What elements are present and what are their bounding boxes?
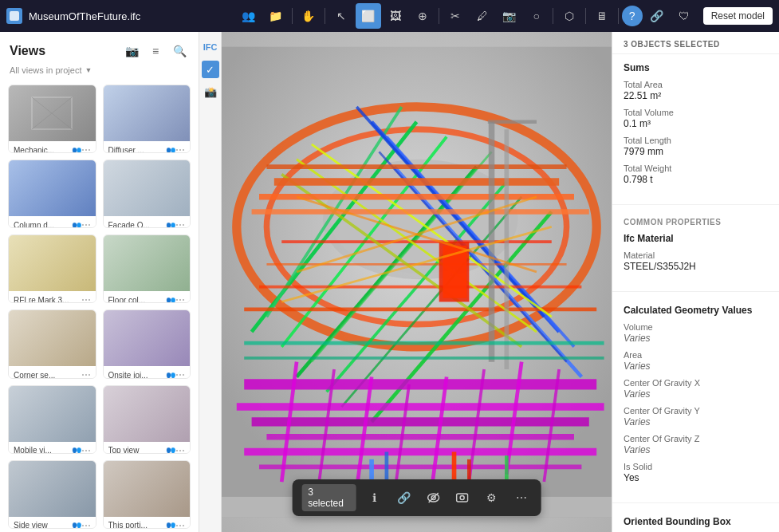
view-thumbnail xyxy=(104,386,191,442)
more-options-button[interactable]: ⋯ xyxy=(510,487,532,509)
view-card-corner[interactable]: Corner se... ⋯ xyxy=(8,309,96,378)
views-panel: Views 📷 ≡ 🔍 All views in project ▼ Mecha… xyxy=(0,32,199,532)
sort-views-button[interactable]: ≡ xyxy=(146,41,165,61)
volume-label: Volume xyxy=(624,322,768,332)
common-props-section: COMMON PROPERTIES Ifc Material Material … xyxy=(612,210,779,286)
cursor-tool-button[interactable]: ↖ xyxy=(329,3,354,29)
views-header-actions: 📷 ≡ 🔍 xyxy=(122,41,189,61)
monitor-button[interactable]: 🖥 xyxy=(589,3,615,29)
view-card-rfi[interactable]: RFI re Mark 3... ⋯ xyxy=(8,234,96,303)
area-value: Varies xyxy=(624,361,768,372)
view-card-mobile[interactable]: Mobile vi... 👥 ⋯ xyxy=(8,385,96,454)
view-more-button[interactable]: ⋯ xyxy=(81,369,91,378)
settings-button[interactable]: ⚙ xyxy=(481,487,502,509)
volume-row: Volume Varies xyxy=(624,322,768,344)
view-icons: 👥 xyxy=(166,296,175,304)
obb-section: Oriented Bounding Box Name DIA_BEAM xyxy=(612,508,779,532)
view-card-mechanic[interactable]: Mechanic... 👥 ⋯ xyxy=(8,85,96,153)
camera-button[interactable]: 📷 xyxy=(497,3,522,29)
view-more-button[interactable]: ⋯ xyxy=(81,294,91,303)
view-more-button[interactable]: ⋯ xyxy=(175,520,185,529)
help-button[interactable]: ? xyxy=(622,6,643,26)
cube-button[interactable]: ⬡ xyxy=(557,3,582,29)
view-name: This porti... xyxy=(108,521,167,529)
folder-button[interactable]: 📁 xyxy=(263,3,289,29)
view-thumbnail xyxy=(104,461,191,517)
sidebar-check-button[interactable]: ✓ xyxy=(202,61,219,78)
sidebar-ifc-button[interactable]: IFC xyxy=(202,38,219,56)
view-footer: Diffuser ... 👥 ⋯ xyxy=(104,141,191,153)
view-more-button[interactable]: ⋯ xyxy=(175,144,185,153)
divider-3 xyxy=(612,502,779,503)
view-more-button[interactable]: ⋯ xyxy=(81,219,91,228)
view-name: Floor col... xyxy=(108,296,167,304)
reset-model-button[interactable]: Reset model xyxy=(703,7,773,25)
view-icons: 👥 xyxy=(166,221,175,229)
views-header: Views 📷 ≡ 🔍 xyxy=(0,32,199,65)
info-button[interactable]: ℹ xyxy=(364,487,385,509)
view-icons: 👥 xyxy=(166,146,175,154)
calculated-title: Calculated Geometry Values xyxy=(624,305,768,316)
cog-x-row: Center Of Gravity X Varies xyxy=(624,378,768,400)
svg-point-67 xyxy=(461,496,465,500)
visibility-button[interactable] xyxy=(423,487,444,509)
scissors-button[interactable]: ✂ xyxy=(443,3,468,29)
view-more-button[interactable]: ⋯ xyxy=(81,144,91,153)
views-subtitle[interactable]: All views in project ▼ xyxy=(0,65,199,81)
shield-button[interactable]: 🛡 xyxy=(671,3,697,29)
view-card-side[interactable]: Side view 👥 ⋯ xyxy=(8,460,96,529)
view-more-button[interactable]: ⋯ xyxy=(175,445,185,454)
image-tool-button[interactable]: 🖼 xyxy=(383,3,408,29)
viewport[interactable]: 3 selected ℹ 🔗 ⚙ ⋯ xyxy=(222,32,612,532)
view-card-top[interactable]: Top view 👥 ⋯ xyxy=(103,385,191,454)
view-more-button[interactable]: ⋯ xyxy=(81,445,91,454)
view-footer: Column d... 👥 ⋯ xyxy=(9,216,96,228)
view-more-button[interactable]: ⋯ xyxy=(175,219,185,228)
left-sidebar: IFC ✓ 📸 xyxy=(199,32,222,532)
users-button[interactable]: 👥 xyxy=(236,3,262,29)
structure-svg xyxy=(222,32,612,532)
toolbar: 👥 📁 ✋ ↖ ⬜ 🖼 ⊕ ✂ 🖊 📷 ○ ⬡ 🖥 ? 🔗 🛡 xyxy=(236,3,697,29)
select-box-button[interactable]: ⬜ xyxy=(356,3,381,29)
view-card-facade[interactable]: Facade Q... 👥 ⋯ xyxy=(103,160,191,228)
circle-button[interactable]: ○ xyxy=(524,3,549,29)
app-title: MuseumOfTheFuture.ifc xyxy=(29,10,230,22)
view-more-button[interactable]: ⋯ xyxy=(175,294,185,303)
view-card-column[interactable]: Column d... 👥 ⋯ xyxy=(8,160,96,228)
sidebar-photo-button[interactable]: 📸 xyxy=(202,83,219,100)
is-solid-value: Yes xyxy=(624,472,768,483)
view-card-onsite[interactable]: Onsite joi... 👥 ⋯ xyxy=(103,309,191,378)
divider-1 xyxy=(612,204,779,205)
3d-scene xyxy=(222,32,612,532)
separator-1 xyxy=(292,8,293,24)
view-icons: 👥 xyxy=(166,446,175,454)
view-card-this-portion[interactable]: This porti... 👥 ⋯ xyxy=(103,460,191,529)
separator-4 xyxy=(553,8,553,24)
selected-count-text: 3 selected xyxy=(308,487,349,509)
svg-rect-0 xyxy=(10,11,19,21)
view-more-button[interactable]: ⋯ xyxy=(81,520,91,529)
obb-title: Oriented Bounding Box xyxy=(624,516,768,527)
search-views-button[interactable]: 🔍 xyxy=(170,41,189,61)
edit-button[interactable]: 🖊 xyxy=(470,3,495,29)
crop-tool-button[interactable]: ⊕ xyxy=(410,3,435,29)
capture-button[interactable] xyxy=(452,487,474,509)
link-button[interactable]: 🔗 xyxy=(644,3,670,29)
separator-2 xyxy=(325,8,325,24)
view-name: Mobile vi... xyxy=(14,446,72,454)
view-card-floor[interactable]: Floor col... 👥 ⋯ xyxy=(103,234,191,303)
separator-3 xyxy=(439,8,439,24)
view-thumbnail xyxy=(104,160,191,216)
view-more-button[interactable]: ⋯ xyxy=(175,369,185,378)
separator-6 xyxy=(618,8,619,24)
view-icons: 👥 xyxy=(72,146,81,154)
hand-tool-button[interactable]: ✋ xyxy=(296,3,321,29)
link-objects-button[interactable]: 🔗 xyxy=(393,487,415,509)
view-thumbnail xyxy=(9,85,96,141)
view-name: Diffuser ... xyxy=(108,146,167,154)
view-thumbnail xyxy=(9,235,96,291)
total-length-value: 7979 mm xyxy=(624,146,768,157)
view-name: Mechanic... xyxy=(14,146,72,154)
view-card-diffuser[interactable]: Diffuser ... 👥 ⋯ xyxy=(103,85,191,153)
capture-view-button[interactable]: 📷 xyxy=(122,41,141,61)
